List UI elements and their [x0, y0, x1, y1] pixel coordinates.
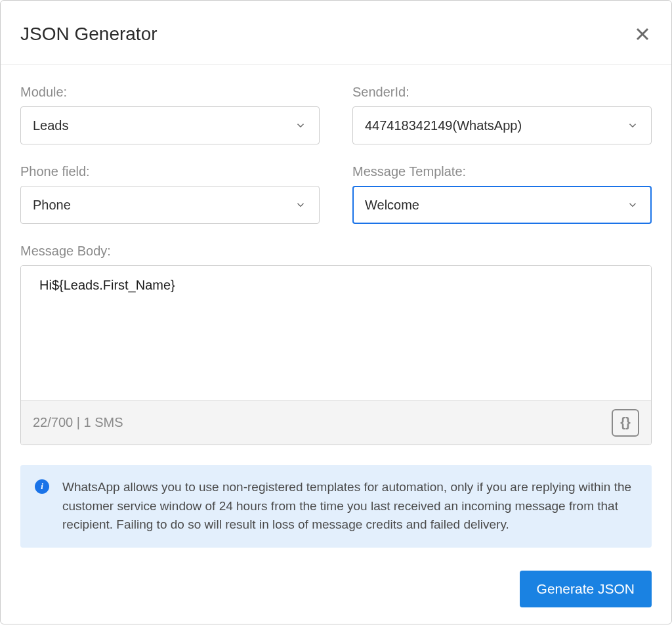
- messagebody-footer: 22/700 | 1 SMS {}: [21, 400, 651, 445]
- module-label: Module:: [20, 85, 320, 100]
- senderid-value: 447418342149(WhatsApp): [365, 118, 626, 133]
- char-counter: 22/700 | 1 SMS: [33, 415, 123, 430]
- phonefield-label: Phone field:: [20, 164, 320, 179]
- messagebody-label: Message Body:: [20, 244, 652, 259]
- messagebody-input[interactable]: [21, 266, 651, 397]
- chevron-down-icon: [626, 198, 639, 211]
- messagetemplate-select[interactable]: Welcome: [352, 186, 652, 224]
- senderid-select[interactable]: 447418342149(WhatsApp): [352, 106, 652, 144]
- info-text: WhatsApp allows you to use non-registere…: [62, 478, 637, 535]
- chevron-down-icon: [294, 119, 307, 132]
- messagetemplate-value: Welcome: [365, 198, 626, 213]
- phonefield-select[interactable]: Phone: [20, 186, 320, 224]
- senderid-label: SenderId:: [352, 85, 652, 100]
- chevron-down-icon: [294, 198, 307, 211]
- module-select[interactable]: Leads: [20, 106, 320, 144]
- messagetemplate-label: Message Template:: [352, 164, 652, 179]
- modal-title: JSON Generator: [20, 24, 158, 45]
- modal-footer: Generate JSON: [1, 561, 671, 624]
- close-button[interactable]: [633, 25, 652, 43]
- chevron-down-icon: [626, 119, 639, 132]
- messagebody-field: Message Body: 22/700 | 1 SMS {}: [20, 244, 652, 445]
- phonefield-value: Phone: [33, 198, 294, 213]
- braces-icon: {}: [620, 415, 631, 430]
- module-value: Leads: [33, 118, 294, 133]
- phonefield-field: Phone field: Phone: [20, 164, 320, 224]
- info-banner: i WhatsApp allows you to use non-registe…: [20, 465, 652, 548]
- modal-body: Module: Leads SenderId: 447418342149(Wha…: [1, 65, 671, 561]
- generate-json-button[interactable]: Generate JSON: [520, 571, 652, 607]
- json-generator-modal: JSON Generator Module: Leads SenderId: 4…: [0, 0, 672, 624]
- senderid-field: SenderId: 447418342149(WhatsApp): [352, 85, 652, 144]
- close-icon: [635, 26, 650, 42]
- messagetemplate-field: Message Template: Welcome: [352, 164, 652, 224]
- messagebody-wrap: 22/700 | 1 SMS {}: [20, 265, 652, 445]
- insert-variable-button[interactable]: {}: [612, 409, 639, 437]
- modal-header: JSON Generator: [1, 1, 671, 65]
- info-icon: i: [35, 479, 49, 494]
- module-field: Module: Leads: [20, 85, 320, 144]
